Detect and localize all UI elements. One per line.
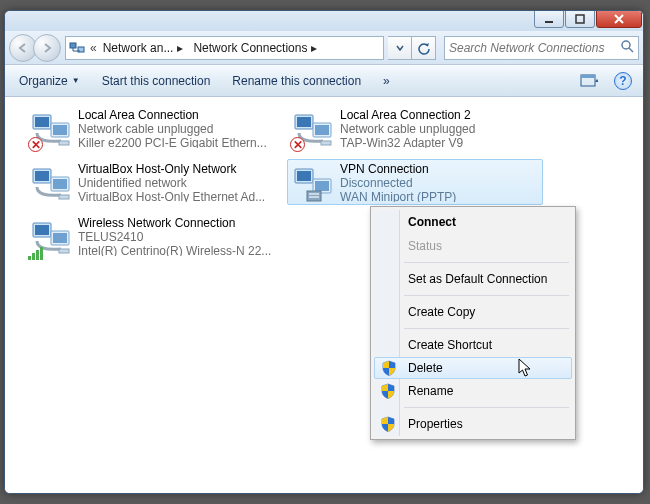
connection-device: Intel(R) Centrino(R) Wireless-N 22... [78, 244, 271, 256]
svg-rect-6 [581, 75, 595, 78]
minimize-button[interactable] [534, 10, 564, 28]
breadcrumb-label: Network an... [103, 41, 174, 55]
context-item-label: Connect [408, 215, 456, 229]
context-item-rename[interactable]: Rename [374, 379, 572, 403]
svg-rect-2 [70, 43, 76, 48]
connection-status: Unidentified network [78, 176, 265, 190]
connection-device: VirtualBox Host-Only Ethernet Ad... [78, 190, 265, 202]
svg-rect-30 [35, 225, 49, 235]
shield-icon [380, 416, 396, 432]
connection-icon [30, 162, 72, 204]
breadcrumb-sep-icon: « [88, 41, 99, 55]
context-separator [404, 295, 569, 296]
chevron-right-icon: ▸ [311, 41, 317, 55]
error-overlay-icon: ✕ [290, 137, 305, 152]
breadcrumb[interactable]: Network an... ▸ [99, 37, 190, 59]
context-item-label: Set as Default Connection [408, 272, 547, 286]
help-button[interactable]: ? [611, 69, 635, 93]
network-icon [66, 37, 88, 59]
connection-name: Local Area Connection [78, 108, 267, 122]
svg-rect-13 [297, 117, 311, 127]
refresh-button[interactable] [412, 36, 436, 60]
connection-item[interactable]: VirtualBox Host-Only NetworkUnidentified… [25, 159, 281, 205]
context-item-label: Delete [408, 361, 443, 375]
rename-connection-button[interactable]: Rename this connection [226, 70, 367, 92]
search-icon[interactable] [616, 39, 638, 56]
context-item-label: Create Copy [408, 305, 475, 319]
forward-button[interactable] [33, 34, 61, 62]
breadcrumb-label: Network Connections [193, 41, 307, 55]
svg-rect-21 [59, 195, 69, 199]
shield-icon [381, 360, 397, 376]
connection-icon: ✕ [292, 108, 334, 150]
view-button[interactable] [577, 69, 601, 93]
svg-rect-32 [53, 233, 67, 243]
context-item-set-as-default-connection[interactable]: Set as Default Connection [374, 267, 572, 291]
svg-rect-33 [59, 249, 69, 253]
address-bar[interactable]: « Network an... ▸ Network Connections ▸ [65, 36, 384, 60]
command-bar: Organize ▼ Start this connection Rename … [5, 65, 643, 97]
overflow-button[interactable]: » [377, 70, 396, 92]
context-item-label: Create Shortcut [408, 338, 492, 352]
close-button[interactable] [596, 10, 642, 28]
svg-rect-11 [59, 141, 69, 145]
context-menu: ConnectStatusSet as Default ConnectionCr… [370, 206, 576, 440]
breadcrumb[interactable]: Network Connections ▸ [189, 37, 323, 59]
connection-name: Wireless Network Connection [78, 216, 271, 230]
context-separator [404, 262, 569, 263]
svg-rect-20 [53, 179, 67, 189]
context-item-create-shortcut[interactable]: Create Shortcut [374, 333, 572, 357]
svg-point-4 [622, 41, 630, 49]
connection-device: WAN Miniport (PPTP) [340, 190, 456, 202]
svg-rect-28 [309, 196, 319, 198]
nav-row: « Network an... ▸ Network Connections ▸ [5, 31, 643, 65]
svg-rect-1 [576, 15, 584, 23]
signal-bars-icon [28, 246, 44, 260]
context-item-delete[interactable]: Delete [374, 357, 572, 379]
context-item-label: Rename [408, 384, 453, 398]
address-dropdown-button[interactable] [388, 36, 412, 60]
connection-item[interactable]: ✕Local Area ConnectionNetwork cable unpl… [25, 105, 281, 151]
connection-item[interactable]: Wireless Network ConnectionTELUS2410Inte… [25, 213, 281, 259]
context-item-connect[interactable]: Connect [374, 210, 572, 234]
context-separator [404, 328, 569, 329]
connection-name: VirtualBox Host-Only Network [78, 162, 265, 176]
context-item-label: Status [408, 239, 442, 253]
connection-item[interactable]: VPN ConnectionDisconnectedWAN Miniport (… [287, 159, 543, 205]
svg-rect-15 [315, 125, 329, 135]
svg-rect-16 [321, 141, 331, 145]
svg-rect-18 [35, 171, 49, 181]
connection-status: Network cable unplugged [78, 122, 267, 136]
svg-rect-0 [545, 21, 553, 23]
context-item-create-copy[interactable]: Create Copy [374, 300, 572, 324]
context-separator [404, 407, 569, 408]
connection-icon [292, 162, 334, 204]
svg-rect-27 [309, 193, 319, 195]
maximize-button[interactable] [565, 10, 595, 28]
search-box[interactable] [444, 36, 639, 60]
svg-rect-8 [35, 117, 49, 127]
connection-status: Disconnected [340, 176, 456, 190]
connection-status: TELUS2410 [78, 230, 271, 244]
connection-icon: ✕ [30, 108, 72, 150]
titlebar [5, 11, 643, 31]
connection-device: Killer e2200 PCI-E Gigabit Ethern... [78, 136, 267, 148]
svg-rect-25 [315, 181, 329, 191]
svg-rect-23 [297, 171, 311, 181]
organize-button[interactable]: Organize ▼ [13, 70, 86, 92]
organize-label: Organize [19, 74, 68, 88]
context-item-label: Properties [408, 417, 463, 431]
connection-status: Network cable unplugged [340, 122, 475, 136]
context-item-properties[interactable]: Properties [374, 412, 572, 436]
chevron-down-icon: ▼ [72, 76, 80, 85]
start-connection-button[interactable]: Start this connection [96, 70, 217, 92]
search-input[interactable] [445, 37, 616, 59]
connection-name: VPN Connection [340, 162, 456, 176]
connection-name: Local Area Connection 2 [340, 108, 475, 122]
connection-icon [30, 216, 72, 258]
connection-item[interactable]: ✕Local Area Connection 2Network cable un… [287, 105, 543, 151]
svg-rect-10 [53, 125, 67, 135]
chevron-right-icon: ▸ [177, 41, 183, 55]
connection-device: TAP-Win32 Adapter V9 [340, 136, 475, 148]
shield-icon [380, 383, 396, 399]
